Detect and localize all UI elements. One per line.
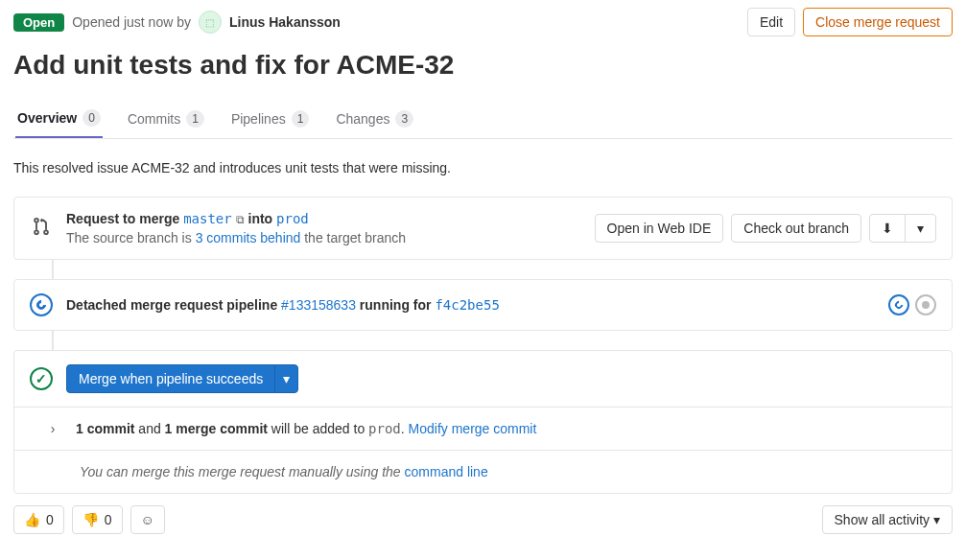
tab-commits[interactable]: Commits 1 <box>126 100 206 138</box>
description: This resolved issue ACME-32 and introduc… <box>13 160 953 175</box>
thumbs-down-button[interactable]: 👎0 <box>72 505 123 534</box>
pipeline-id-link[interactable]: #133158633 <box>281 297 356 313</box>
manual-merge-text: You can merge this merge request manuall… <box>80 464 488 479</box>
add-reaction-button[interactable]: ☺ <box>130 505 165 534</box>
branch-diverge-text: The source branch is 3 commits behind th… <box>66 230 581 245</box>
thumbs-up-button[interactable]: 👍0 <box>13 505 64 534</box>
chevron-down-icon: ▾ <box>283 371 290 386</box>
thumbs-up-icon: 👍 <box>24 512 40 527</box>
request-merge-line: Request to merge master ⧉ into prod <box>66 211 581 226</box>
page-title: Add unit tests and fix for ACME-32 <box>13 50 953 81</box>
opened-text: Opened just now by <box>72 14 191 30</box>
svg-point-2 <box>44 230 48 234</box>
checkout-branch-button[interactable]: Check out branch <box>731 214 861 243</box>
target-branch-link[interactable]: prod <box>276 211 309 226</box>
edit-button[interactable]: Edit <box>747 8 795 36</box>
merge-when-pipeline-succeeds-button[interactable]: Merge when pipeline succeeds <box>66 364 275 393</box>
smiley-icon: ☺ <box>141 512 154 527</box>
mr-header: Open Opened just now by ⬚ Linus Hakansso… <box>13 8 953 36</box>
count-badge: 1 <box>292 110 310 128</box>
avatar[interactable]: ⬚ <box>199 11 222 34</box>
tabs: Overview 0 Commits 1 Pipelines 1 Changes… <box>13 100 953 139</box>
connector-line <box>52 260 54 279</box>
tab-changes[interactable]: Changes 3 <box>334 100 415 138</box>
stage-running-icon[interactable] <box>888 294 909 315</box>
download-icon: ⬇ <box>882 221 893 236</box>
merge-request-icon <box>30 217 53 241</box>
expand-commits-toggle[interactable]: › <box>43 421 62 436</box>
commit-sha-link[interactable]: f4c2be55 <box>435 297 499 313</box>
copy-branch-icon[interactable]: ⧉ <box>236 213 245 226</box>
status-badge: Open <box>13 13 64 32</box>
connector-line <box>52 331 54 350</box>
merge-dropdown[interactable]: ▾ <box>274 364 298 393</box>
modify-merge-commit-link[interactable]: Modify merge commit <box>409 421 537 436</box>
merge-action-panel: ✓ Merge when pipeline succeeds ▾ › 1 com… <box>13 350 953 494</box>
commit-summary: 1 commit and 1 merge commit will be adde… <box>76 421 536 436</box>
close-mr-button[interactable]: Close merge request <box>803 8 953 36</box>
stage-pending-icon[interactable] <box>915 294 936 315</box>
source-branch-link[interactable]: master <box>183 211 232 226</box>
footer-row: 👍0 👎0 ☺ Show all activity ▾ <box>13 505 953 534</box>
download-dropdown[interactable]: ▾ <box>905 214 936 243</box>
commits-behind-link[interactable]: 3 commits behind <box>196 230 301 245</box>
svg-point-0 <box>35 218 38 222</box>
author-link[interactable]: Linus Hakansson <box>229 14 341 30</box>
open-web-ide-button[interactable]: Open in Web IDE <box>595 214 724 243</box>
chevron-down-icon: ▾ <box>917 221 924 236</box>
count-badge: 3 <box>395 110 413 128</box>
thumbs-down-icon: 👎 <box>82 512 99 527</box>
chevron-down-icon: ▾ <box>933 512 940 527</box>
count-badge: 1 <box>186 110 204 128</box>
pipeline-running-icon <box>30 293 53 316</box>
merge-request-panel: Request to merge master ⧉ into prod The … <box>13 197 953 260</box>
pipeline-text: Detached merge request pipeline #1331586… <box>66 297 500 313</box>
tab-pipelines[interactable]: Pipelines 1 <box>229 100 312 138</box>
ready-icon: ✓ <box>30 367 53 390</box>
tab-overview[interactable]: Overview 0 <box>15 100 103 138</box>
activity-filter-dropdown[interactable]: Show all activity ▾ <box>822 505 953 534</box>
command-line-link[interactable]: command line <box>405 464 488 479</box>
pipeline-panel: Detached merge request pipeline #1331586… <box>13 279 953 331</box>
download-button[interactable]: ⬇ <box>869 214 906 243</box>
svg-point-1 <box>35 230 38 234</box>
count-badge: 0 <box>82 109 101 127</box>
